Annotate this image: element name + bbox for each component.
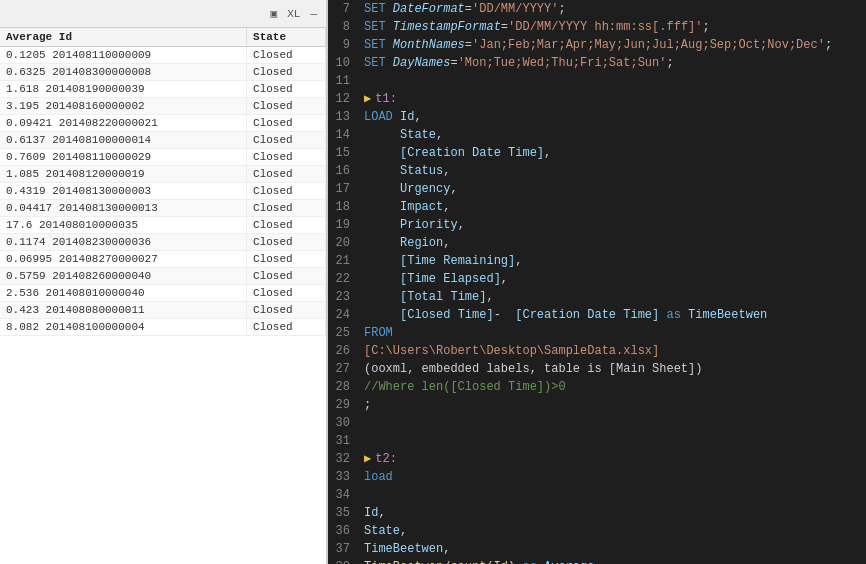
cell-average-id: 0.1205 201408110000009	[0, 47, 247, 64]
line-number: 11	[328, 72, 358, 90]
code-line: 18 Impact,	[328, 198, 866, 216]
data-table: Average Id State 0.1205 201408110000009C…	[0, 28, 326, 336]
code-line: 24 [Closed Time]- [Creation Date Time] a…	[328, 306, 866, 324]
table-row: 0.4319 201408130000003Closed	[0, 183, 326, 200]
line-content: TimeBeetwen,	[358, 540, 866, 558]
line-number: 9	[328, 36, 358, 54]
code-line: 23 [Total Time],	[328, 288, 866, 306]
cell-average-id: 0.09421 201408220000021	[0, 115, 247, 132]
line-content: ▶t2:	[358, 450, 866, 468]
table-icon[interactable]: ▣	[268, 6, 281, 21]
code-line: 22 [Time Elapsed],	[328, 270, 866, 288]
code-line: 27(ooxml, embedded labels, table is [Mai…	[328, 360, 866, 378]
line-content: load	[358, 468, 866, 486]
code-line: 10SET DayNames='Mon;Tue;Wed;Thu;Fri;Sat;…	[328, 54, 866, 72]
table-container[interactable]: Average Id State 0.1205 201408110000009C…	[0, 28, 326, 564]
line-number: 32	[328, 450, 358, 468]
cell-average-id: 0.1174 201408230000036	[0, 234, 247, 251]
cell-average-id: 8.082 201408100000004	[0, 319, 247, 336]
table-row: 0.1174 201408230000036Closed	[0, 234, 326, 251]
line-content: Impact,	[358, 198, 866, 216]
code-line: 30	[328, 414, 866, 432]
table-row: 0.06995 201408270000027Closed	[0, 251, 326, 268]
code-line: 19 Priority,	[328, 216, 866, 234]
code-line: 32▶t2:	[328, 450, 866, 468]
line-content: ;	[358, 396, 866, 414]
cell-state: Closed	[247, 98, 326, 115]
line-number: 31	[328, 432, 358, 450]
cell-average-id: 0.5759 201408260000040	[0, 268, 247, 285]
cell-state: Closed	[247, 319, 326, 336]
cell-average-id: 17.6 201408010000035	[0, 217, 247, 234]
cell-state: Closed	[247, 81, 326, 98]
cell-average-id: 1.085 201408120000019	[0, 166, 247, 183]
code-line: 33load	[328, 468, 866, 486]
cell-average-id: 0.6325 201408300000008	[0, 64, 247, 81]
code-line: 34	[328, 486, 866, 504]
table-row: 0.04417 201408130000013Closed	[0, 200, 326, 217]
code-line: 25FROM	[328, 324, 866, 342]
code-line: 28//Where len([Closed Time])>0	[328, 378, 866, 396]
code-line: 20 Region,	[328, 234, 866, 252]
cell-average-id: 0.7609 201408110000029	[0, 149, 247, 166]
code-line: 9SET MonthNames='Jan;Feb;Mar;Apr;May;Jun…	[328, 36, 866, 54]
line-number: 26	[328, 342, 358, 360]
code-line: 21 [Time Remaining],	[328, 252, 866, 270]
cell-average-id: 0.04417 201408130000013	[0, 200, 247, 217]
data-table-panel: ▣ XL — Average Id State 0.1205 201408110…	[0, 0, 328, 564]
line-content: Id,	[358, 504, 866, 522]
excel-icon[interactable]: XL	[284, 7, 303, 21]
table-header-row: Average Id State	[0, 28, 326, 47]
line-content: SET MonthNames='Jan;Feb;Mar;Apr;May;Jun;…	[358, 36, 866, 54]
line-content: //Where len([Closed Time])>0	[358, 378, 866, 396]
code-line: 35Id,	[328, 504, 866, 522]
line-content: Status,	[358, 162, 866, 180]
code-line: 26[C:\Users\Robert\Desktop\SampleData.xl…	[328, 342, 866, 360]
line-content: [Time Elapsed],	[358, 270, 866, 288]
code-line: 16 Status,	[328, 162, 866, 180]
line-content: [C:\Users\Robert\Desktop\SampleData.xlsx…	[358, 342, 866, 360]
line-number: 28	[328, 378, 358, 396]
line-content: [Time Remaining],	[358, 252, 866, 270]
line-content: Urgency,	[358, 180, 866, 198]
table-row: 0.1205 201408110000009Closed	[0, 47, 326, 64]
line-number: 13	[328, 108, 358, 126]
line-content: Region,	[358, 234, 866, 252]
code-line: 14 State,	[328, 126, 866, 144]
line-content: SET DateFormat='DD/MM/YYYY';	[358, 0, 866, 18]
line-number: 25	[328, 324, 358, 342]
line-content: SET TimestampFormat='DD/MM/YYYY hh:mm:ss…	[358, 18, 866, 36]
table-row: 1.618 201408190000039Closed	[0, 81, 326, 98]
cell-state: Closed	[247, 285, 326, 302]
line-number: 37	[328, 540, 358, 558]
code-lines: 7SET DateFormat='DD/MM/YYYY';8SET Timest…	[328, 0, 866, 564]
line-number: 22	[328, 270, 358, 288]
line-number: 20	[328, 234, 358, 252]
table-row: 1.085 201408120000019Closed	[0, 166, 326, 183]
table-toolbar: ▣ XL —	[0, 0, 326, 28]
cell-state: Closed	[247, 251, 326, 268]
code-line: 37TimeBeetwen,	[328, 540, 866, 558]
code-line: 36State,	[328, 522, 866, 540]
line-content	[358, 432, 866, 450]
line-number: 21	[328, 252, 358, 270]
line-number: 7	[328, 0, 358, 18]
cell-average-id: 0.423 201408080000011	[0, 302, 247, 319]
code-line: 12▶t1:	[328, 90, 866, 108]
line-number: 15	[328, 144, 358, 162]
line-number: 24	[328, 306, 358, 324]
line-content	[358, 72, 866, 90]
cell-state: Closed	[247, 302, 326, 319]
code-line: 8SET TimestampFormat='DD/MM/YYYY hh:mm:s…	[328, 18, 866, 36]
line-number: 34	[328, 486, 358, 504]
line-number: 30	[328, 414, 358, 432]
minimize-icon[interactable]: —	[307, 7, 320, 21]
code-line: 29;	[328, 396, 866, 414]
execution-arrow-icon: ▶	[364, 452, 371, 466]
cell-state: Closed	[247, 64, 326, 81]
line-number: 8	[328, 18, 358, 36]
line-content: [Closed Time]- [Creation Date Time] as T…	[358, 306, 866, 324]
table-row: 0.7609 201408110000029Closed	[0, 149, 326, 166]
col-header-state: State	[247, 28, 326, 47]
table-row: 8.082 201408100000004Closed	[0, 319, 326, 336]
